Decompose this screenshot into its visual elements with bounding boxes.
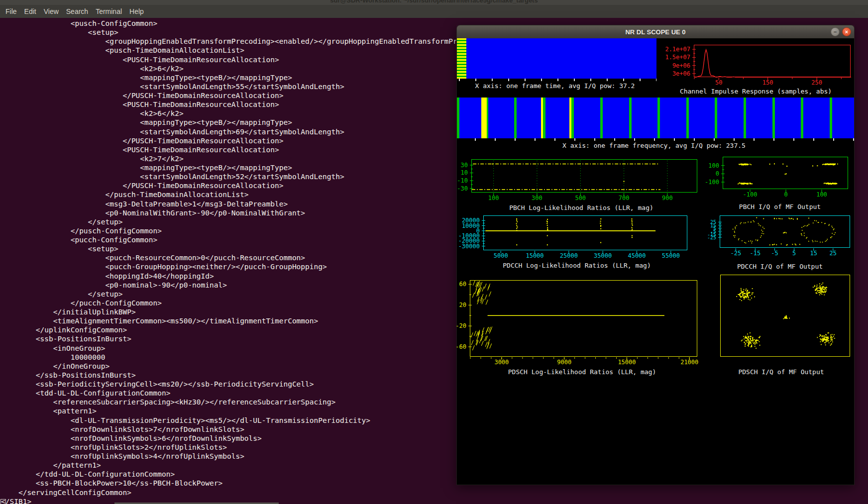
x-tick-label: 15000 [612, 359, 642, 366]
x-tick-label: 0 [771, 191, 801, 198]
pbch-iq-plot: -10001001000-100PBCH I/Q of MF Output [723, 157, 848, 189]
y-tick-label: 0 [716, 170, 719, 177]
plot-title: PDSCH I/Q of MF Output [738, 368, 824, 376]
time-waterfall-axis-ticks [459, 79, 656, 81]
menu-item-help[interactable]: Help [129, 7, 144, 15]
menu-item-file[interactable]: File [5, 7, 17, 15]
channel-impulse-response-plot: 501502502.1e+071.5e+079e+063e+06Channel … [694, 45, 851, 77]
plot-title: PBCH Log-Likelihood Ratios (LLR, mag) [509, 204, 653, 211]
plot-title: PDCCH I/Q of MF Output [737, 263, 823, 270]
minimize-button[interactable]: − [831, 27, 840, 36]
y-tick-label: -30 [457, 185, 468, 192]
scope-window-title: NR DL SCOPE UE 0 [625, 28, 685, 36]
x-tick-label: 9000 [549, 359, 579, 366]
waterfall-yellow-band [481, 98, 487, 138]
pdsch-iq-plot: PDSCH I/Q of MF Output [720, 275, 850, 357]
waterfall-yellow-band [541, 98, 543, 138]
x-tick-label: 35000 [588, 252, 618, 259]
x-tick-label: 55000 [656, 252, 686, 259]
x-tick-label: -100 [735, 191, 765, 198]
y-tick-label: -10 [457, 177, 468, 184]
pdcch-iq-plot: -25-15-55152525155-5-15-25PDCCH I/Q of M… [720, 215, 850, 248]
y-tick-label: 1.5e+07 [665, 54, 690, 61]
plot-title: PDCCH Log-Likelihood Ratios (LLR, mag) [503, 262, 651, 269]
frequency-waterfall-plot [457, 98, 854, 138]
scope-content: X axis: one frame time, avg I/Q pow: 37.… [456, 38, 855, 485]
x-tick-label: 100 [479, 195, 509, 202]
y-tick-label: -30000 [458, 243, 480, 250]
y-tick-label: 30 [461, 162, 468, 169]
x-tick-label: 21000 [674, 359, 704, 366]
x-tick-label: 15000 [520, 252, 550, 259]
x-tick-label: 250 [802, 79, 832, 86]
menu-item-search[interactable]: Search [66, 7, 88, 15]
x-tick-label: 150 [753, 79, 783, 86]
x-tick-label: 300 [522, 195, 552, 202]
x-tick-label: 25 [818, 250, 848, 257]
terminal-menubar: FileEditViewSearchTerminalHelp [0, 5, 868, 18]
frequency-waterfall-caption: X axis: one frame frequency, avg I/Q pow… [562, 142, 746, 149]
plot-title: PBCH I/Q of MF Output [739, 203, 821, 210]
y-tick-label: -25 [707, 235, 716, 240]
y-tick-label: 3e+06 [672, 70, 690, 77]
x-tick-label: 45000 [622, 252, 652, 259]
x-tick-label: 700 [609, 195, 639, 202]
scope-titlebar[interactable]: NR DL SCOPE UE 0 − × [456, 25, 855, 38]
terminal-cursor [0, 499, 6, 504]
time-waterfall-caption: X axis: one frame time, avg I/Q pow: 37.… [475, 82, 635, 90]
y-tick-label: -60 [455, 343, 466, 350]
y-tick-label: -100 [705, 179, 719, 186]
pdsch-llr-plot: 3000900015000210006020-20-60PDSCH Log-Li… [470, 280, 697, 357]
frequency-waterfall-axis-ticks [475, 138, 854, 141]
pbch-llr-plot: 1003005007009003010-10-30PBCH Log-Likeli… [471, 159, 697, 193]
plot-title: Channel Impulse Response (samples, abs) [680, 88, 832, 95]
terminal-titlebar-text: sdr@SDR-Workstation: ~/sdr/sdr/openairin… [0, 0, 868, 4]
plot-title: PDSCH Log-Likelihood Ratios (LLR, mag) [508, 368, 656, 376]
y-tick-label: -20 [455, 322, 466, 329]
x-tick-label: 5000 [486, 252, 516, 259]
close-button[interactable]: × [842, 27, 851, 36]
y-tick-label: 20 [459, 302, 466, 308]
scope-window: NR DL SCOPE UE 0 − × X axis: one frame t… [456, 25, 855, 485]
time-waterfall-plot [457, 38, 656, 79]
x-tick-label: 500 [565, 195, 595, 202]
y-tick-label: 9e+06 [672, 62, 690, 69]
y-tick-label: 10 [461, 169, 468, 176]
y-tick-label: 60 [459, 281, 466, 288]
x-tick-label: 3000 [487, 359, 517, 366]
x-tick-label: 100 [807, 191, 837, 198]
terminal-titlebar-remnant: sdr@SDR-Workstation: ~/sdr/sdr/openairin… [0, 0, 868, 5]
terminal-output[interactable]: <pusch-ConfigCommon> <setup> <groupHoppi… [1, 19, 492, 504]
y-tick-label: 2.1e+07 [665, 46, 690, 53]
menu-item-edit[interactable]: Edit [24, 7, 36, 15]
x-tick-label: 50 [704, 79, 734, 86]
x-tick-label: 25000 [554, 252, 584, 259]
menu-item-view[interactable]: View [44, 7, 59, 15]
menu-item-terminal[interactable]: Terminal [96, 7, 122, 15]
pdcch-llr-plot: 5000150002500035000450005500020000100000… [483, 215, 687, 250]
waterfall-yellow-band [569, 98, 571, 138]
y-tick-label: 100 [708, 162, 719, 169]
x-tick-label: 900 [652, 195, 682, 202]
